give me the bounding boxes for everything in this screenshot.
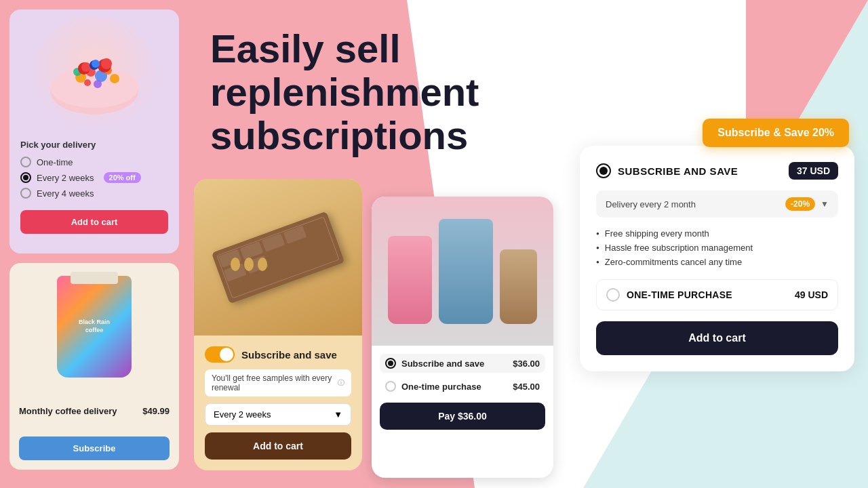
dogfood-pay-button[interactable]: Pay $36.00 (380, 403, 545, 430)
almond-2 (244, 258, 254, 271)
dogfood-onetime-left: One-time purchase (385, 381, 481, 392)
svg-point-11 (81, 62, 91, 72)
sub-price-badge: 37 USD (789, 162, 838, 180)
one-time-left: ONE-TIME PURCHASE (606, 288, 732, 302)
one-time-price: 49 USD (795, 289, 828, 300)
svg-point-9 (94, 80, 102, 88)
benefit-1: Free shipping every month (596, 228, 838, 239)
coffee-title: Monthly coffee delivery (19, 406, 117, 416)
radio-4weeks[interactable] (20, 188, 31, 199)
coffee-info-row: Monthly coffee delivery $49.99 (19, 406, 170, 416)
card-cereal: Pick your delivery One-time Every 2 week… (9, 9, 179, 253)
one-time-radio[interactable] (606, 288, 620, 302)
main-add-to-cart-button[interactable]: Add to cart (596, 321, 838, 355)
info-icon: ⓘ (338, 378, 344, 388)
coffee-bag-image: Black Rain coffee (54, 272, 135, 381)
delivery-label: Delivery every 2 month (606, 199, 780, 209)
sub-title-text: SUBSCRIBE AND SAVE (618, 165, 738, 177)
one-time-purchase-row[interactable]: ONE-TIME PURCHASE 49 USD (596, 279, 838, 310)
frequency-select[interactable]: Every 2 weeks ▼ (205, 403, 351, 426)
bag-blue (439, 219, 493, 324)
chocolate-add-to-cart-button[interactable]: Add to cart (205, 432, 351, 460)
radio-one-time[interactable] (20, 157, 31, 167)
delivery-chevron-icon: ▼ (821, 199, 829, 209)
coffee-subscribe-button[interactable]: Subscribe (19, 436, 170, 460)
svg-point-8 (84, 79, 91, 86)
dogfood-subscribe-text: Subscribe and save (401, 359, 484, 369)
dogfood-bags (374, 205, 551, 338)
delivery-frequency-row[interactable]: Delivery every 2 month -20% ▼ (596, 190, 838, 218)
badge-20off: 20% off (104, 172, 141, 183)
chocolate-image-area (194, 179, 362, 336)
dogfood-subscribe-left: Subscribe and save (385, 358, 484, 369)
sub-header: SUBSCRIBE AND SAVE 37 USD (596, 162, 838, 180)
dogfood-onetime-option[interactable]: One-time purchase $45.00 (380, 377, 545, 396)
card-main-subscription: SUBSCRIBE AND SAVE 37 USD Delivery every… (580, 146, 854, 371)
dogfood-content: Subscribe and save $36.00 One-time purch… (372, 346, 553, 438)
cereal-add-to-cart-button[interactable]: Add to cart (20, 210, 168, 234)
hero-section: Easily sell replenishment subscriptions (210, 27, 604, 157)
almond-1 (231, 258, 240, 271)
option-4weeks[interactable]: Every 4 weeks (20, 188, 168, 199)
dogfood-subscribe-radio[interactable] (385, 358, 396, 369)
benefit-2: Hassle free subscription management (596, 243, 838, 253)
bag-brown (500, 249, 537, 324)
radio-2weeks[interactable] (20, 172, 31, 183)
free-samples-badge: You'll get free samples with every renew… (205, 369, 351, 396)
coffee-bag-shape: Black Rain coffee (57, 276, 132, 378)
sub-title-row: SUBSCRIBE AND SAVE (596, 163, 738, 178)
cta-subscribe-badge[interactable]: Subscribe & Save 20% (703, 119, 849, 147)
almond-shapes (231, 258, 267, 271)
sub-radio-selected[interactable] (596, 163, 611, 178)
option-2weeks[interactable]: Every 2 weeks 20% off (20, 172, 168, 183)
card-dogfood: Subscribe and save $36.00 One-time purch… (372, 197, 553, 478)
subscribe-toggle[interactable] (205, 346, 235, 363)
option-one-time[interactable]: One-time (20, 157, 168, 167)
dogfood-onetime-text: One-time purchase (401, 382, 481, 392)
cereal-bowl-svg (40, 23, 149, 131)
hero-title: Easily sell replenishment subscriptions (210, 27, 604, 157)
svg-point-13 (101, 58, 112, 69)
dogfood-image-area (372, 197, 553, 346)
pick-delivery-label: Pick your delivery (20, 140, 168, 150)
coffee-bag-top (71, 272, 118, 284)
toggle-label: Subscribe and save (241, 349, 337, 361)
card-coffee: Black Rain coffee Monthly coffee deliver… (9, 263, 179, 470)
svg-point-7 (110, 74, 119, 83)
select-chevron-icon: ▼ (334, 409, 342, 420)
benefit-3: Zero-commitments cancel any time (596, 257, 838, 267)
dogfood-subscribe-price: $36.00 (513, 359, 540, 369)
card-chocolate: Subscribe and save You'll get free sampl… (194, 179, 362, 470)
cereal-card-content: Pick your delivery One-time Every 2 week… (9, 131, 179, 242)
toggle-row: Subscribe and save (205, 346, 351, 363)
one-time-text: ONE-TIME PURCHASE (627, 289, 732, 300)
benefits-list: Free shipping every month Hassle free su… (596, 228, 838, 267)
chocolate-card-content: Subscribe and save You'll get free sampl… (194, 336, 362, 470)
almond-3 (258, 258, 267, 271)
dogfood-subscribe-option[interactable]: Subscribe and save $36.00 (380, 354, 545, 373)
discount-badge: -20% (785, 197, 815, 211)
coffee-bag-label: Black Rain coffee (79, 319, 110, 334)
coffee-price: $49.99 (142, 406, 170, 416)
dogfood-onetime-price: $45.00 (513, 382, 540, 392)
bag-pink (388, 236, 432, 324)
dogfood-onetime-radio[interactable] (385, 381, 396, 392)
cereal-image (33, 16, 155, 138)
svg-point-15 (92, 60, 100, 68)
